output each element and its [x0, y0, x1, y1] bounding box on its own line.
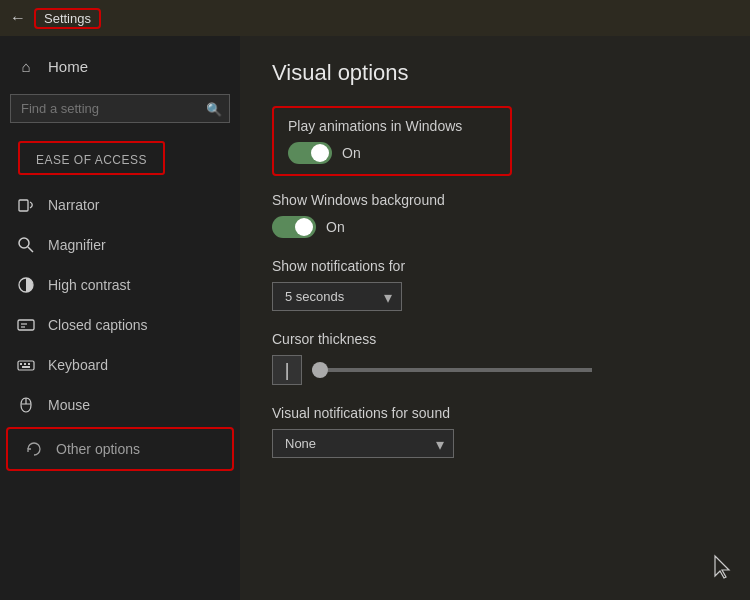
- search-box: 🔍: [10, 94, 230, 123]
- magnifier-icon: [16, 235, 36, 255]
- closed-captions-icon: [16, 315, 36, 335]
- show-background-toggle-row: On: [272, 216, 718, 238]
- cursor-thickness-label: Cursor thickness: [272, 331, 718, 347]
- app-title: Settings: [34, 8, 101, 29]
- sidebar-item-closed-captions[interactable]: Closed captions: [0, 305, 240, 345]
- visual-notifications-dropdown-wrap: None Flash active caption bar Flash acti…: [272, 429, 454, 458]
- svg-rect-9: [24, 363, 26, 365]
- title-bar: ← Settings: [0, 0, 750, 36]
- svg-point-1: [19, 238, 29, 248]
- svg-line-2: [28, 247, 33, 252]
- content-title: Visual options: [272, 60, 718, 86]
- sidebar-item-mouse[interactable]: Mouse: [0, 385, 240, 425]
- svg-rect-10: [28, 363, 30, 365]
- show-background-state: On: [326, 219, 345, 235]
- back-button[interactable]: ←: [10, 9, 26, 27]
- play-animations-toggle[interactable]: [288, 142, 332, 164]
- other-options-label: Other options: [56, 441, 140, 457]
- cursor-thickness-slider[interactable]: [312, 368, 592, 372]
- play-animations-state: On: [342, 145, 361, 161]
- cursor-arrow: [712, 554, 734, 584]
- magnifier-label: Magnifier: [48, 237, 106, 253]
- keyboard-label: Keyboard: [48, 357, 108, 373]
- sidebar-item-narrator[interactable]: Narrator: [0, 185, 240, 225]
- sidebar-item-home[interactable]: ⌂ Home: [0, 46, 240, 86]
- play-animations-section: Play animations in Windows On: [272, 106, 512, 176]
- svg-rect-11: [22, 366, 30, 368]
- show-notifications-section: Show notifications for 5 seconds 7 secon…: [272, 258, 718, 311]
- home-label: Home: [48, 58, 88, 75]
- sidebar-item-keyboard[interactable]: Keyboard: [0, 345, 240, 385]
- visual-notifications-section: Visual notifications for sound None Flas…: [272, 405, 718, 458]
- show-notifications-dropdown[interactable]: 5 seconds 7 seconds 15 seconds 30 second…: [272, 282, 402, 311]
- keyboard-icon: [16, 355, 36, 375]
- content-area: Visual options Play animations in Window…: [240, 36, 750, 600]
- cursor-thickness-row: |: [272, 355, 718, 385]
- other-options-icon: [24, 439, 44, 459]
- cursor-preview: |: [272, 355, 302, 385]
- narrator-label: Narrator: [48, 197, 99, 213]
- high-contrast-label: High contrast: [48, 277, 130, 293]
- sidebar-item-other-options[interactable]: Other options: [6, 427, 234, 471]
- sidebar-item-high-contrast[interactable]: High contrast: [0, 265, 240, 305]
- mouse-label: Mouse: [48, 397, 90, 413]
- show-notifications-label: Show notifications for: [272, 258, 718, 274]
- cursor-thickness-section: Cursor thickness |: [272, 331, 718, 385]
- home-icon: ⌂: [16, 56, 36, 76]
- show-background-toggle[interactable]: [272, 216, 316, 238]
- visual-notifications-dropdown[interactable]: None Flash active caption bar Flash acti…: [272, 429, 454, 458]
- play-animations-toggle-row: On: [288, 142, 496, 164]
- svg-rect-8: [20, 363, 22, 365]
- visual-notifications-label: Visual notifications for sound: [272, 405, 718, 421]
- closed-captions-label: Closed captions: [48, 317, 148, 333]
- sidebar-item-magnifier[interactable]: Magnifier: [0, 225, 240, 265]
- main-layout: ⌂ Home 🔍 Ease of Access Narrator: [0, 36, 750, 600]
- search-input[interactable]: [10, 94, 230, 123]
- svg-rect-0: [19, 200, 28, 211]
- narrator-icon: [16, 195, 36, 215]
- svg-rect-7: [18, 361, 34, 370]
- mouse-icon: [16, 395, 36, 415]
- show-background-label: Show Windows background: [272, 192, 718, 208]
- toggle-slider-bg: [272, 216, 316, 238]
- play-animations-label: Play animations in Windows: [288, 118, 496, 134]
- svg-rect-4: [18, 320, 34, 330]
- sidebar: ⌂ Home 🔍 Ease of Access Narrator: [0, 36, 240, 600]
- show-notifications-dropdown-wrap: 5 seconds 7 seconds 15 seconds 30 second…: [272, 282, 402, 311]
- ease-of-access-label: Ease of Access: [18, 141, 165, 175]
- high-contrast-icon: [16, 275, 36, 295]
- search-icon: 🔍: [206, 101, 222, 116]
- ease-of-access-section: Ease of Access: [0, 131, 240, 185]
- toggle-slider-on: [288, 142, 332, 164]
- show-background-section: Show Windows background On: [272, 192, 718, 238]
